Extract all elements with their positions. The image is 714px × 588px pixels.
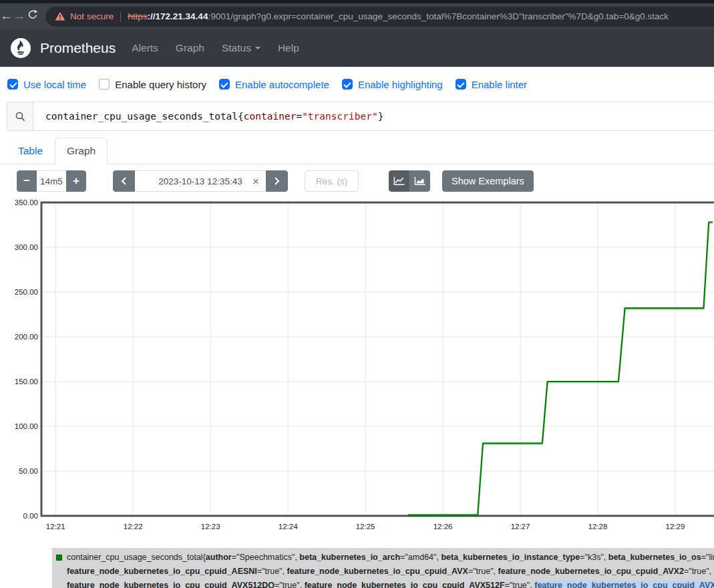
- x-axis-tick-label: 12:22: [124, 523, 143, 531]
- prometheus-logo-icon: [11, 38, 31, 58]
- nav-item-alerts[interactable]: Alerts: [132, 42, 158, 54]
- legend-label-value: ="true",: [505, 581, 535, 588]
- query-token-punct: }: [378, 111, 384, 122]
- legend-label-name: feature_node_kubernetes_io_cpu_cpuid_AVX…: [305, 581, 505, 588]
- url-divider: [120, 11, 121, 22]
- reload-icon[interactable]: [27, 9, 39, 23]
- checkbox-enable-linter[interactable]: Enable linter: [456, 79, 527, 90]
- decrease-duration-button[interactable]: −: [17, 170, 37, 192]
- legend-label-value: ="true",: [684, 567, 714, 576]
- query-token-label: container: [244, 111, 297, 122]
- series-shadow: [408, 223, 713, 516]
- show-exemplars-button[interactable]: Show Exemplars: [442, 170, 534, 192]
- y-axis-tick-label: 150.00: [15, 378, 38, 386]
- checkbox-label: Enable query history: [115, 79, 206, 90]
- checked-checkbox-icon[interactable]: [7, 79, 18, 90]
- checkbox-use-local-time[interactable]: Use local time: [7, 79, 86, 90]
- line-chart-button[interactable]: [389, 170, 409, 192]
- line-chart-icon: [393, 176, 405, 186]
- panel-tabs: TableGraph: [0, 136, 714, 164]
- duration-group: − +: [17, 170, 86, 192]
- not-secure-warning-icon[interactable]: [55, 11, 65, 21]
- query-box: container_cpu_usage_seconds_total{contai…: [7, 102, 714, 131]
- legend-label-value: ="true",: [275, 581, 305, 588]
- forward-icon[interactable]: →: [13, 9, 25, 23]
- checkbox-enable-autocomplete[interactable]: Enable autocomplete: [219, 79, 329, 90]
- brand[interactable]: Prometheus: [11, 38, 116, 58]
- back-icon[interactable]: ←: [0, 9, 13, 23]
- legend-label-value: ="linux",: [701, 553, 714, 562]
- y-axis-tick-label: 100.00: [15, 422, 38, 430]
- datetime-input[interactable]: [150, 176, 250, 186]
- nav-item-help[interactable]: Help: [278, 42, 299, 54]
- y-axis-tick-label: 300.00: [15, 243, 38, 251]
- x-axis-tick-label: 12:24: [279, 523, 298, 531]
- nav-item-status[interactable]: Status: [222, 42, 260, 54]
- search-icon: [7, 102, 33, 130]
- legend-label-name: feature_node_kubernetes_io_cpu_cpuid_AVX: [287, 567, 468, 576]
- x-axis-tick-label: 12:25: [356, 523, 375, 531]
- checkbox-enable-query-history[interactable]: Enable query history: [99, 79, 206, 90]
- checked-checkbox-icon[interactable]: [219, 79, 230, 90]
- tab-table[interactable]: Table: [6, 138, 55, 164]
- series-legend[interactable]: container_cpu_usage_seconds_total{author…: [52, 548, 714, 588]
- checked-checkbox-icon[interactable]: [456, 79, 466, 90]
- legend-label-name: feature_node_kubernetes_io_cpu_cpuid_AVX…: [67, 581, 275, 588]
- unchecked-checkbox-icon[interactable]: [99, 79, 110, 90]
- x-axis-tick-label: 12:28: [588, 523, 608, 531]
- legend-label-name: feature_node_kubernetes_io_cpu_cpuid_AES…: [67, 567, 257, 576]
- tab-graph[interactable]: Graph: [55, 138, 108, 164]
- y-axis-tick-label: 50.00: [19, 467, 38, 475]
- legend-label-name: beta_kubernetes_io_arch: [299, 553, 400, 562]
- increase-duration-button[interactable]: +: [66, 170, 86, 192]
- resolution-input[interactable]: [305, 170, 359, 192]
- x-axis-tick-label: 12:21: [46, 523, 65, 531]
- legend-label-name: author: [206, 553, 232, 562]
- x-axis-tick-label: 12:23: [201, 523, 220, 531]
- settings-row: Use local timeEnable query historyEnable…: [0, 67, 714, 102]
- url-text: https://172.21.34.44:9001/graph?g0.expr=…: [128, 11, 669, 21]
- y-axis-tick-label: 0.00: [23, 512, 38, 520]
- url-scheme: https: [128, 11, 147, 21]
- stacked-chart-button[interactable]: [409, 170, 430, 192]
- browser-toolbar: ← → Not secure https://172.21.34.44:9001…: [0, 0, 714, 29]
- legend-label-value: ="k3s",: [580, 553, 608, 562]
- url-bar[interactable]: Not secure https://172.21.34.44:9001/gra…: [45, 7, 714, 27]
- query-token-punct: =: [296, 111, 302, 122]
- x-axis-tick-label: 12:29: [666, 523, 685, 531]
- legend-line: feature_node_kubernetes_io_cpu_cpuid_AES…: [67, 565, 714, 579]
- legend-label-name: beta_kubernetes_io_os: [608, 553, 701, 562]
- clear-time-icon[interactable]: ×: [252, 176, 259, 187]
- x-axis-tick-label: 12:26: [433, 523, 453, 531]
- checked-checkbox-icon[interactable]: [342, 79, 353, 90]
- query-token-metric: container_cpu_usage_seconds_total: [45, 111, 238, 122]
- prometheus-navbar: Prometheus AlertsGraphStatusHelp: [0, 29, 714, 67]
- legend-label-name: feature_node_kubernetes_io_cpu_cpuid_AVX…: [498, 567, 684, 576]
- checkbox-label: Enable autocomplete: [235, 79, 329, 90]
- url-host: ://172.21.34.44: [148, 11, 208, 21]
- forward-time-button[interactable]: [266, 170, 288, 192]
- y-axis-tick-label: 200.00: [15, 333, 38, 341]
- x-axis-tick-label: 12:27: [511, 523, 530, 531]
- series-color-swatch: [56, 555, 62, 561]
- chart-type-toggle: [389, 170, 430, 192]
- url-path: :9001/graph?g0.expr=container_cpu_usage_…: [208, 11, 669, 21]
- legend-label-value: ="amd64",: [400, 553, 441, 562]
- query-expression-input[interactable]: container_cpu_usage_seconds_total{contai…: [33, 102, 383, 130]
- nav-item-graph[interactable]: Graph: [176, 42, 204, 54]
- checkbox-enable-highlighting[interactable]: Enable highlighting: [342, 79, 443, 90]
- back-time-button[interactable]: [113, 170, 135, 192]
- legend-label-name: feature_node_kubernetes_io_cpu_cpuid_AVX…: [534, 581, 714, 588]
- y-axis-tick-label: 350.00: [15, 198, 38, 206]
- cpu-usage-chart[interactable]: 0.0050.00100.00150.00200.00250.00300.003…: [0, 198, 714, 539]
- legend-label-value: ="true",: [257, 567, 287, 576]
- graph-controls: − + × Show Exemplars: [17, 170, 534, 192]
- query-token-string: "transcriber": [302, 111, 378, 122]
- checkbox-label: Use local time: [23, 79, 86, 90]
- nav-links: AlertsGraphStatusHelp: [132, 42, 317, 54]
- time-range-group: ×: [113, 170, 288, 192]
- checkbox-label: Enable linter: [472, 79, 527, 90]
- caret-down-icon: [255, 47, 260, 49]
- duration-input[interactable]: [37, 170, 66, 192]
- stacked-chart-icon: [414, 176, 425, 186]
